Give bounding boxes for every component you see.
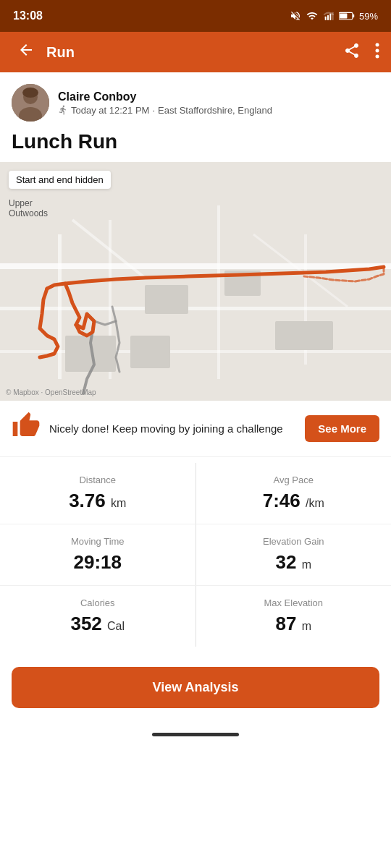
svg-rect-27 [130, 336, 170, 368]
stats-row-3: Calories 352 Cal Max Elevation 87 m [0, 586, 391, 647]
stat-distance-value: 3.76 km [17, 490, 178, 512]
see-more-button[interactable]: See More [305, 415, 379, 442]
challenge-text: Nicely done! Keep moving by joining a ch… [49, 421, 296, 436]
challenge-banner: Nicely done! Keep moving by joining a ch… [0, 401, 391, 457]
mute-icon [290, 10, 301, 22]
stat-calories-value: 352 Cal [17, 613, 178, 635]
page-title: Run [46, 44, 343, 61]
view-analysis-section: View Analysis [0, 652, 391, 726]
stat-moving-time-label: Moving Time [17, 536, 178, 547]
stats-row-1: Distance 3.76 km Avg Pace 7:46 /km [0, 463, 391, 524]
signal-icon [323, 10, 335, 22]
wifi-icon [306, 10, 319, 22]
svg-rect-18 [58, 234, 62, 379]
stat-calories: Calories 352 Cal [0, 586, 196, 647]
map-start-end-badge: Start and end hidden [9, 171, 111, 189]
nav-actions [343, 42, 379, 62]
stat-moving-time-value: 29:18 [17, 551, 178, 574]
map-container[interactable]: Start and end hidden UpperOutwoods © Map… [0, 162, 391, 401]
user-details: Claire Conboy Today at 12:21 PM · East S… [58, 90, 379, 116]
thumbs-up-icon [12, 411, 41, 446]
user-location: East Staffordshire, England [158, 105, 272, 116]
home-indicator-bar [152, 733, 239, 736]
stat-elevation-gain-label: Elevation Gain [214, 536, 374, 547]
battery-percentage: 59% [359, 11, 378, 22]
stats-grid: Distance 3.76 km Avg Pace 7:46 /km Movin… [0, 457, 391, 652]
stat-avg-pace-value: 7:46 /km [214, 490, 374, 512]
stats-row-2: Moving Time 29:18 Elevation Gain 32 m [0, 524, 391, 586]
svg-rect-2 [329, 14, 331, 20]
share-icon[interactable] [343, 42, 361, 62]
svg-rect-6 [340, 13, 347, 18]
stat-max-elevation-label: Max Elevation [214, 597, 374, 608]
svg-rect-28 [275, 321, 333, 350]
stat-moving-time: Moving Time 29:18 [0, 524, 196, 585]
user-name: Claire Conboy [58, 90, 379, 103]
svg-rect-24 [145, 285, 188, 314]
route-map [0, 162, 391, 401]
svg-rect-5 [353, 14, 354, 18]
status-bar: 13:08 59% [0, 0, 391, 32]
separator: · [152, 105, 155, 116]
run-icon [58, 105, 68, 115]
svg-point-9 [376, 55, 379, 59]
run-title-section: Lunch Run [0, 127, 391, 162]
svg-rect-1 [327, 15, 329, 20]
status-time: 13:08 [13, 9, 43, 22]
top-nav: Run [0, 32, 391, 72]
stat-elevation-gain-value: 32 m [214, 551, 374, 574]
stat-distance-label: Distance [17, 475, 178, 485]
svg-point-7 [376, 43, 379, 47]
user-timestamp: Today at 12:21 PM [71, 105, 149, 116]
user-meta: Today at 12:21 PM · East Staffordshire, … [58, 105, 379, 116]
battery-icon [339, 11, 355, 21]
stat-calories-label: Calories [17, 597, 178, 608]
bottom-indicator [0, 726, 391, 744]
svg-point-13 [22, 88, 38, 98]
svg-rect-3 [332, 12, 334, 20]
stat-avg-pace-label: Avg Pace [214, 475, 374, 485]
status-icons: 59% [290, 10, 378, 22]
avatar [12, 84, 49, 122]
svg-rect-0 [325, 17, 327, 20]
stat-max-elevation: Max Elevation 87 m [196, 586, 392, 647]
view-analysis-button[interactable]: View Analysis [12, 667, 379, 708]
svg-rect-20 [217, 205, 220, 379]
back-button[interactable] [12, 35, 41, 69]
run-title: Lunch Run [12, 130, 379, 153]
stat-distance: Distance 3.76 km [0, 463, 196, 524]
map-area-label: UpperOutwoods [9, 198, 48, 218]
more-options-icon[interactable] [375, 43, 379, 61]
stat-elevation-gain: Elevation Gain 32 m [196, 524, 392, 585]
map-copyright: © Mapbox · OpenStreetMap [6, 388, 96, 396]
stat-avg-pace: Avg Pace 7:46 /km [196, 463, 392, 524]
svg-point-8 [376, 49, 379, 53]
user-section: Claire Conboy Today at 12:21 PM · East S… [0, 72, 391, 127]
stat-max-elevation-value: 87 m [214, 613, 374, 635]
